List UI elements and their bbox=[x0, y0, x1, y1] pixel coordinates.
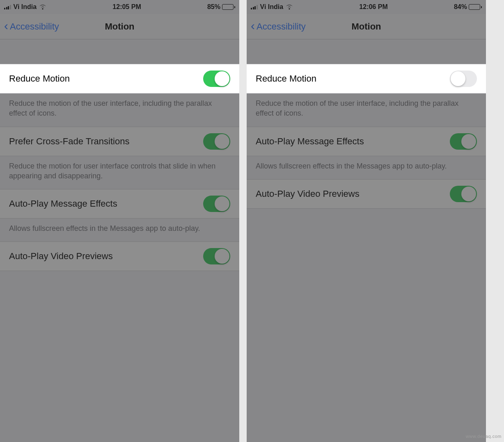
toggle-cross-fade[interactable] bbox=[203, 133, 230, 150]
row-footer: Reduce the motion of the user interface,… bbox=[0, 93, 239, 127]
toggle-reduce-motion[interactable] bbox=[450, 71, 477, 87]
toggle-autoplay-message-effects[interactable] bbox=[450, 133, 477, 150]
battery-percent-label: 84% bbox=[454, 3, 467, 11]
settings-list: Reduce Motion Reduce the motion of the u… bbox=[247, 39, 486, 209]
status-bar: Vi India 12:06 PM 84% bbox=[247, 0, 486, 14]
nav-bar: ‹ Accessibility Motion bbox=[247, 14, 486, 39]
row-reduce-motion[interactable]: Reduce Motion bbox=[247, 64, 486, 93]
row-footer: Allows fullscreen effects in the Message… bbox=[0, 219, 239, 242]
signal-icon bbox=[4, 5, 11, 9]
row-label: Auto-Play Message Effects bbox=[256, 136, 364, 147]
row-label: Reduce Motion bbox=[9, 73, 70, 84]
comparison-stage: Vi India 12:05 PM 85% ‹ Accessibility Mo… bbox=[0, 0, 504, 442]
row-footer: Reduce the motion for user interface con… bbox=[0, 156, 239, 189]
row-autoplay-message-effects[interactable]: Auto-Play Message Effects bbox=[0, 189, 239, 219]
toggle-reduce-motion[interactable] bbox=[203, 71, 230, 87]
wifi-icon bbox=[286, 4, 293, 10]
toggle-autoplay-video-previews[interactable] bbox=[203, 248, 230, 264]
toggle-autoplay-video-previews[interactable] bbox=[450, 186, 477, 202]
row-label: Reduce Motion bbox=[256, 73, 316, 84]
row-autoplay-video-previews[interactable]: Auto-Play Video Previews bbox=[0, 242, 239, 271]
row-label: Auto-Play Message Effects bbox=[9, 198, 117, 209]
row-label: Prefer Cross-Fade Transitions bbox=[9, 136, 129, 147]
row-label: Auto-Play Video Previews bbox=[256, 189, 360, 199]
carrier-label: Vi India bbox=[14, 3, 37, 11]
list-spacer bbox=[247, 39, 486, 64]
toggle-autoplay-message-effects[interactable] bbox=[203, 196, 230, 212]
battery-percent-label: 85% bbox=[207, 3, 220, 11]
row-reduce-motion[interactable]: Reduce Motion bbox=[0, 64, 239, 93]
nav-bar: ‹ Accessibility Motion bbox=[0, 14, 239, 39]
phone-screen-left: Vi India 12:05 PM 85% ‹ Accessibility Mo… bbox=[0, 0, 239, 442]
row-label: Auto-Play Video Previews bbox=[9, 251, 113, 262]
clock-label: 12:06 PM bbox=[359, 3, 387, 11]
row-footer: Allows fullscreen effects in the Message… bbox=[247, 156, 486, 179]
watermark-label: www.deuaq.com bbox=[466, 434, 502, 439]
row-autoplay-message-effects[interactable]: Auto-Play Message Effects bbox=[247, 127, 486, 156]
row-cross-fade[interactable]: Prefer Cross-Fade Transitions bbox=[0, 127, 239, 156]
row-footer: Reduce the motion of the user interface,… bbox=[247, 93, 486, 127]
page-title: Motion bbox=[0, 21, 239, 32]
battery-icon bbox=[222, 4, 235, 10]
phone-screen-right: Vi India 12:06 PM 84% ‹ Accessibility Mo… bbox=[247, 0, 486, 442]
battery-icon bbox=[469, 4, 482, 10]
list-spacer bbox=[0, 39, 239, 64]
wifi-icon bbox=[39, 4, 46, 10]
page-title: Motion bbox=[247, 21, 486, 32]
clock-label: 12:05 PM bbox=[112, 3, 141, 11]
carrier-label: Vi India bbox=[260, 3, 284, 11]
row-autoplay-video-previews[interactable]: Auto-Play Video Previews bbox=[247, 179, 486, 209]
settings-list: Reduce Motion Reduce the motion of the u… bbox=[0, 39, 239, 271]
status-bar: Vi India 12:05 PM 85% bbox=[0, 0, 239, 14]
signal-icon bbox=[251, 5, 258, 9]
